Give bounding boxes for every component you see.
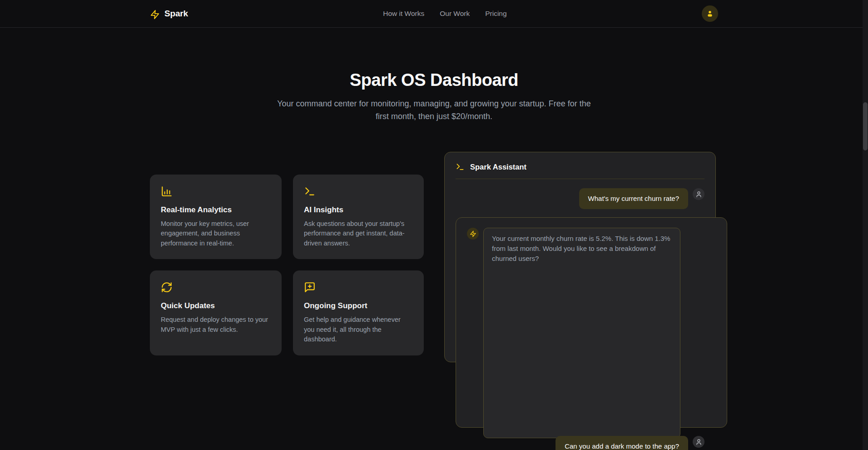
content-row: Real-time AnalyticsMonitor your key metr… xyxy=(150,152,718,362)
bar-chart-icon xyxy=(161,185,173,197)
scrollbar-thumb[interactable] xyxy=(863,102,868,150)
refresh-icon xyxy=(161,281,173,293)
hero-subtitle: Your command center for monitoring, mana… xyxy=(270,97,599,123)
zap-icon xyxy=(150,9,160,19)
feature-card-ongoing-support: Ongoing SupportGet help and guidance whe… xyxy=(293,270,424,355)
user-icon xyxy=(693,188,704,200)
assistant-bubble: Your current monthly churn rate is 5.2%.… xyxy=(483,228,680,438)
features-grid: Real-time AnalyticsMonitor your key metr… xyxy=(150,175,424,355)
feature-card-real-time-analytics: Real-time AnalyticsMonitor your key metr… xyxy=(150,175,282,259)
feature-description: Get help and guidance whenever you need … xyxy=(304,315,413,344)
user-icon xyxy=(693,436,704,448)
feature-title: Real-time Analytics xyxy=(161,205,271,215)
scrollbar-track[interactable] xyxy=(863,0,868,450)
feature-card-quick-updates: Quick UpdatesRequest and deploy changes … xyxy=(150,270,282,355)
page: Spark How it WorksOur WorkPricing Spark … xyxy=(0,0,868,450)
navbar-inner: Spark How it WorksOur WorkPricing xyxy=(150,0,718,27)
assistant-header: Spark Assistant xyxy=(456,162,704,171)
zap-icon xyxy=(467,228,479,240)
feature-title: AI Insights xyxy=(304,205,413,215)
feature-description: Ask questions about your startup's perfo… xyxy=(304,219,413,248)
chat-message-user: Can you add a dark mode to the app? xyxy=(456,436,704,450)
feature-card-ai-insights: AI InsightsAsk questions about your star… xyxy=(293,175,424,259)
assistant-panel: Spark Assistant What's my current churn … xyxy=(444,152,716,362)
terminal-icon xyxy=(304,185,316,197)
navbar: Spark How it WorksOur WorkPricing xyxy=(0,0,868,28)
brand-logo[interactable]: Spark xyxy=(150,9,188,19)
feature-title: Ongoing Support xyxy=(304,301,413,310)
nav-links: How it WorksOur WorkPricing xyxy=(188,10,702,18)
feature-description: Monitor your key metrics, user engagemen… xyxy=(161,219,271,248)
brand-name: Spark xyxy=(164,9,188,19)
nav-link-our-work[interactable]: Our Work xyxy=(440,10,470,18)
terminal-icon xyxy=(456,162,465,171)
chat-messages: What's my current churn rate?Your curren… xyxy=(456,188,704,450)
feature-description: Request and deploy changes to your MVP w… xyxy=(161,315,271,335)
main-content: Spark OS Dashboard Your command center f… xyxy=(0,70,868,362)
user-bubble: What's my current churn rate? xyxy=(579,188,688,209)
chat-message-assistant: Your current monthly churn rate is 5.2%.… xyxy=(456,217,727,428)
nav-link-pricing[interactable]: Pricing xyxy=(485,10,506,18)
chat-message-user: What's my current churn rate? xyxy=(456,188,704,209)
user-icon xyxy=(706,10,714,18)
feature-title: Quick Updates xyxy=(161,301,271,310)
page-title: Spark OS Dashboard xyxy=(0,70,868,90)
user-bubble: Can you add a dark mode to the app? xyxy=(556,436,688,450)
message-square-plus-icon xyxy=(304,281,316,293)
divider xyxy=(456,179,704,179)
assistant-title: Spark Assistant xyxy=(470,163,526,171)
account-avatar-button[interactable] xyxy=(702,5,718,22)
nav-link-how-it-works[interactable]: How it Works xyxy=(383,10,424,18)
